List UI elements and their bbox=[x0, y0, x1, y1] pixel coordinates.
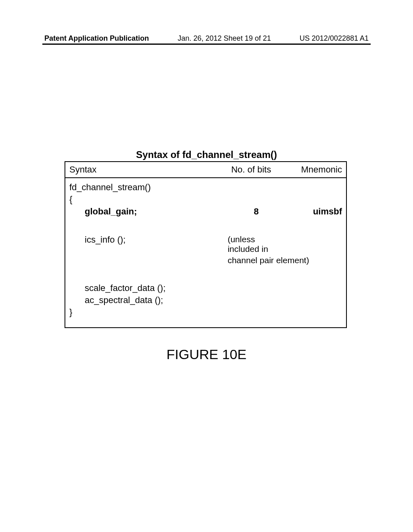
cell-global-gain-bits: 8 bbox=[227, 206, 285, 217]
row-global-gain: global_gain; 8 uimsbf bbox=[69, 206, 342, 217]
cell-brace-close: } bbox=[69, 307, 221, 318]
cell-ac-spectral: ac_spectral_data (); bbox=[69, 295, 227, 305]
row-ac-spectral: ac_spectral_data (); bbox=[69, 295, 342, 305]
column-header-mnemonic: Mnemonic bbox=[282, 164, 342, 175]
header-divider bbox=[42, 44, 371, 45]
page-header: Patent Application Publication Jan. 26, … bbox=[0, 34, 413, 43]
cell-ics-info: ics_info (); bbox=[69, 235, 227, 254]
table-title: Syntax of fd_channel_stream() bbox=[0, 149, 413, 160]
spacer-2 bbox=[69, 267, 342, 283]
cell-ics-note-2: channel pair element) bbox=[227, 256, 342, 265]
cell-ics-note-1: (unless included in bbox=[227, 235, 285, 254]
syntax-table: Syntax No. of bits Mnemonic fd_channel_s… bbox=[65, 161, 347, 328]
spacer bbox=[69, 218, 342, 235]
cell-global-gain: global_gain; bbox=[69, 206, 227, 217]
table-header-row: Syntax No. of bits Mnemonic bbox=[65, 162, 346, 178]
row-fn-name: fd_channel_stream() bbox=[69, 182, 342, 193]
cell-global-gain-mnemonic: uimsbf bbox=[285, 206, 342, 217]
cell-fn-name: fd_channel_stream() bbox=[69, 182, 221, 193]
column-header-syntax: Syntax bbox=[69, 164, 221, 175]
row-ics-info: ics_info (); (unless included in bbox=[69, 235, 342, 254]
cell-brace-open: { bbox=[69, 194, 221, 205]
row-ics-note2: channel pair element) bbox=[69, 256, 342, 265]
row-brace-close: } bbox=[69, 307, 342, 318]
row-brace-open: { bbox=[69, 194, 342, 205]
column-header-bits: No. of bits bbox=[221, 164, 282, 175]
header-publication-number: US 2012/0022881 A1 bbox=[300, 34, 369, 43]
table-body: fd_channel_stream() { global_gain; 8 uim… bbox=[65, 178, 346, 327]
header-date-sheet: Jan. 26, 2012 Sheet 19 of 21 bbox=[178, 34, 271, 43]
header-publication-type: Patent Application Publication bbox=[44, 34, 149, 43]
cell-scale-factor: scale_factor_data (); bbox=[69, 283, 227, 293]
figure-label: FIGURE 10E bbox=[0, 347, 413, 362]
row-scale-factor: scale_factor_data (); bbox=[69, 283, 342, 293]
